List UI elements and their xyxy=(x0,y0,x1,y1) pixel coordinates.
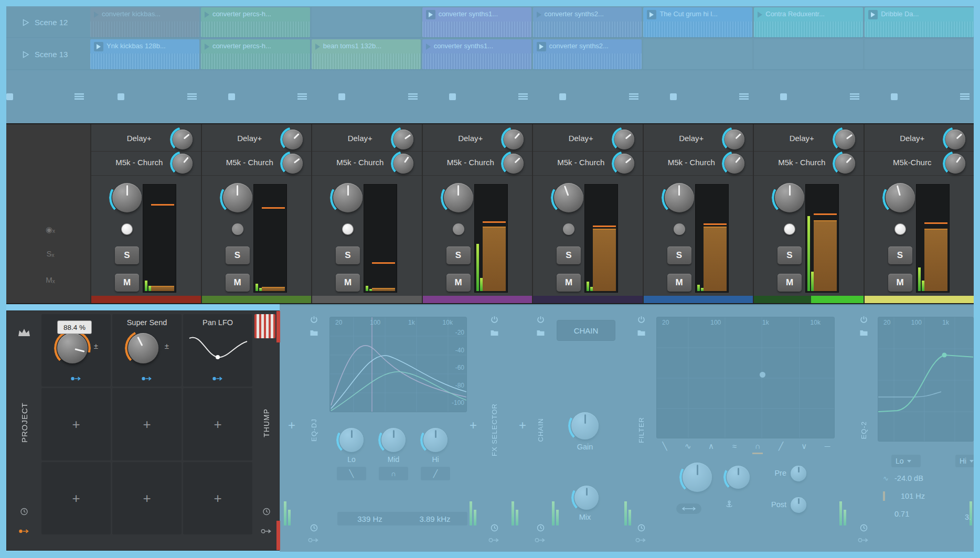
modulator-knob[interactable] xyxy=(57,333,88,363)
global-solo-disable-icon[interactable]: Sₓ xyxy=(39,249,62,258)
record-arm-button[interactable] xyxy=(342,223,354,235)
value-stepper[interactable]: ± xyxy=(165,341,169,350)
post-gain-knob[interactable] xyxy=(791,497,806,513)
device-delay-label[interactable]: Delay+ xyxy=(218,134,282,143)
device-name[interactable]: EQ-2 xyxy=(860,421,868,439)
filter-shape-icon[interactable]: ╱ xyxy=(774,442,787,451)
clock-icon[interactable] xyxy=(637,524,645,532)
device-delay-knob[interactable] xyxy=(393,130,413,149)
eq2-value-row[interactable]: ∿ -24.0 dB xyxy=(883,472,962,485)
record-arm-button[interactable] xyxy=(563,223,574,235)
routing-arrow-icon[interactable] xyxy=(635,537,647,543)
clip-slot[interactable]: Contra Reduxentr... xyxy=(754,7,863,37)
device-reverb-knob[interactable] xyxy=(393,154,413,174)
routing-arrow-icon[interactable] xyxy=(308,537,319,543)
scene-list-icon[interactable] xyxy=(74,93,84,100)
mute-button[interactable]: M xyxy=(446,274,471,292)
track-list-icon[interactable] xyxy=(518,93,528,100)
device-delay-knob[interactable] xyxy=(283,130,303,149)
crown-icon[interactable] xyxy=(17,328,31,337)
filter-shape-icon[interactable]: ╲ xyxy=(658,442,671,451)
chain-mix-knob[interactable] xyxy=(574,486,599,510)
folder-icon[interactable] xyxy=(491,330,498,336)
empty-modulator-slot[interactable]: + xyxy=(112,462,182,534)
clip-slot[interactable]: converter synths1... xyxy=(422,7,531,37)
filter-node-handle[interactable] xyxy=(760,372,765,378)
anchor-icon[interactable] xyxy=(726,500,733,509)
eq2-hi-band-select[interactable]: Hi xyxy=(955,455,974,467)
track-stop-button[interactable] xyxy=(118,93,124,100)
clip-slot[interactable]: bean toms1 132b... xyxy=(312,39,421,69)
track-stop-button[interactable] xyxy=(228,93,235,100)
track-list-icon[interactable] xyxy=(408,93,418,100)
eq-band-shape[interactable]: ∩ xyxy=(379,467,408,480)
empty-modulator-slot[interactable]: + xyxy=(41,388,111,460)
clip-slot[interactable] xyxy=(312,7,421,37)
track-list-icon[interactable] xyxy=(850,93,859,100)
routing-arrow-icon[interactable] xyxy=(535,537,546,543)
stop-all-clips-button[interactable] xyxy=(6,93,13,100)
filter-resonance-knob[interactable] xyxy=(727,466,750,489)
folder-icon[interactable] xyxy=(310,330,318,336)
global-mute-disable-icon[interactable]: Mₓ xyxy=(39,275,62,284)
device-name[interactable]: FX SELECTOR xyxy=(491,403,498,456)
volume-knob[interactable] xyxy=(665,183,694,212)
crossover-freq-2[interactable]: 3.89 kHz xyxy=(402,512,467,525)
clock-icon[interactable] xyxy=(537,524,545,532)
filter-cutoff-knob[interactable] xyxy=(683,463,712,492)
filter-shape-icon[interactable]: ∿ xyxy=(681,442,694,451)
mute-button[interactable]: M xyxy=(888,274,912,292)
device-delay-knob[interactable] xyxy=(173,130,193,149)
track-list-icon[interactable] xyxy=(297,93,307,100)
clip-slot[interactable]: Dribble Da... xyxy=(865,7,974,37)
solo-button[interactable]: S xyxy=(777,246,802,264)
chain-gain-knob[interactable] xyxy=(571,412,599,439)
value-stepper[interactable]: ± xyxy=(94,341,98,350)
crossover-freq-1[interactable]: 339 Hz xyxy=(337,512,402,525)
device-delay-label[interactable]: Delay+ xyxy=(439,134,503,143)
track-stop-button[interactable] xyxy=(449,93,456,100)
device-reverb-knob[interactable] xyxy=(614,154,634,174)
device-delay-label[interactable]: Delay+ xyxy=(328,134,392,143)
scene-13-launch[interactable]: Scene 13 xyxy=(6,39,90,69)
device-reverb-label[interactable]: M5k - Church xyxy=(549,158,613,167)
track-stop-button[interactable] xyxy=(559,93,566,100)
pre-gain-knob[interactable] xyxy=(791,466,806,481)
power-icon[interactable] xyxy=(637,316,645,324)
lfo-curve[interactable] xyxy=(187,332,249,362)
clock-icon[interactable] xyxy=(310,524,318,532)
track-stop-button[interactable] xyxy=(891,93,898,100)
clip-slot[interactable] xyxy=(643,39,752,69)
clock-icon[interactable] xyxy=(860,524,868,532)
filter-shape-icon[interactable]: ─ xyxy=(821,442,834,451)
solo-button[interactable]: S xyxy=(557,246,581,264)
eq2-value-row[interactable]: 101 Hz xyxy=(883,490,962,502)
modulator-slot[interactable]: Super Send ± xyxy=(112,314,182,387)
add-device-button[interactable]: + xyxy=(466,417,479,433)
device-delay-knob[interactable] xyxy=(725,130,744,149)
solo-button[interactable]: S xyxy=(446,246,471,264)
device-reverb-knob[interactable] xyxy=(283,154,303,174)
volume-knob[interactable] xyxy=(333,183,363,212)
device-reverb-label[interactable]: M5k - Church xyxy=(659,158,724,167)
solo-button[interactable]: S xyxy=(888,246,912,264)
folder-icon[interactable] xyxy=(637,330,645,336)
filter-shape-icon[interactable]: ≈ xyxy=(728,442,741,451)
empty-modulator-slot[interactable]: + xyxy=(183,462,252,534)
device-reverb-label[interactable]: M5k - Church xyxy=(218,158,282,167)
filter-shape-icon[interactable]: ∧ xyxy=(705,442,718,451)
routing-arrow-icon[interactable] xyxy=(18,528,30,534)
device-delay-label[interactable]: Delay+ xyxy=(549,134,613,143)
track-stop-button[interactable] xyxy=(780,93,787,100)
clock-icon[interactable] xyxy=(20,508,28,516)
eq2-lo-band-select[interactable]: Lo xyxy=(891,455,921,467)
solo-button[interactable]: S xyxy=(226,246,250,264)
add-device-button[interactable]: + xyxy=(285,417,297,433)
eq-band-shape[interactable]: ╲ xyxy=(337,467,366,480)
device-reverb-knob[interactable] xyxy=(835,154,855,174)
clip-slot[interactable] xyxy=(865,39,974,69)
volume-knob[interactable] xyxy=(554,183,583,212)
mute-button[interactable]: M xyxy=(115,274,139,292)
routing-arrow-icon[interactable] xyxy=(488,537,500,543)
solo-button[interactable]: S xyxy=(336,246,360,264)
